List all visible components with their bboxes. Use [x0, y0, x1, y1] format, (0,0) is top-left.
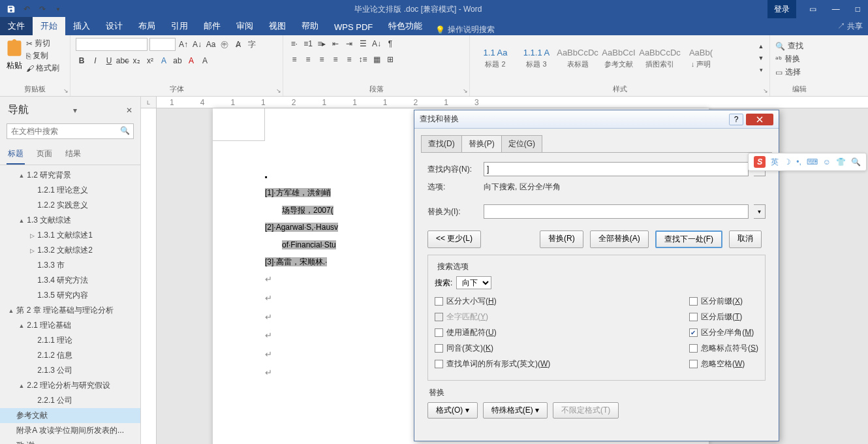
tree-item[interactable]: 致 谢	[0, 438, 140, 444]
font-family-input[interactable]	[76, 38, 147, 51]
italic-icon[interactable]: I	[89, 55, 101, 67]
dialog-help-icon[interactable]: ?	[729, 114, 743, 125]
ime-person-icon[interactable]: ☺	[823, 157, 831, 166]
save-icon[interactable]	[5, 3, 17, 15]
ime-logo-icon[interactable]: S	[754, 156, 766, 168]
style-item[interactable]: AaBb(↓ 声明	[681, 38, 721, 78]
clipboard-launcher-icon[interactable]: ↘	[63, 87, 69, 94]
tree-item[interactable]: 1.2.1 理论意义	[0, 183, 140, 198]
highlight-icon[interactable]: ab	[172, 55, 183, 67]
tree-item[interactable]: 1.3.3 市	[0, 258, 140, 273]
minimize-icon[interactable]: —	[824, 0, 848, 18]
phonetic-guide-icon[interactable]: ㊥	[219, 39, 230, 50]
align-center-icon[interactable]: ≡	[302, 54, 314, 65]
tree-item[interactable]: 2.1.3 公司	[0, 363, 140, 378]
nav-close-icon[interactable]: ✕	[126, 106, 132, 115]
styles-more-icon[interactable]: ▾	[755, 64, 767, 76]
shrink-font-icon[interactable]: A↓	[191, 39, 203, 50]
tree-item[interactable]: 1.3.5 研究内容	[0, 288, 140, 303]
bold-icon[interactable]: B	[76, 55, 87, 67]
enclose-char-icon[interactable]: 字	[246, 39, 258, 50]
align-left-icon[interactable]: ≡	[288, 54, 300, 65]
style-item[interactable]: AaBbCcI参考文献	[598, 38, 639, 78]
tree-item[interactable]: 2.1.2 信息	[0, 348, 140, 363]
replace-one-button[interactable]: 替换(R)	[540, 230, 583, 248]
find-input[interactable]	[484, 162, 749, 176]
special-format-button[interactable]: 特殊格式(E) ▾	[483, 402, 548, 419]
cancel-button[interactable]: 取消	[729, 230, 762, 248]
qat-more-icon[interactable]: ▼	[52, 3, 64, 15]
paste-button[interactable]: 粘贴	[5, 38, 23, 71]
decrease-indent-icon[interactable]: ⇤	[330, 38, 341, 50]
tab-special[interactable]: 特色功能	[380, 17, 430, 35]
tell-me[interactable]: 💡 操作说明搜索	[435, 24, 495, 35]
ruler-corner[interactable]: L	[141, 97, 157, 108]
checkbox-option[interactable]: 区分大小写(H)	[435, 296, 550, 307]
replace-input[interactable]	[484, 204, 749, 219]
grow-font-icon[interactable]: A↑	[178, 39, 189, 50]
styles-scroll-up-icon[interactable]: ▲	[755, 40, 767, 52]
tree-item[interactable]: ▷ 1.3.2 文献综述2	[0, 243, 140, 258]
redo-icon[interactable]: ↷	[37, 3, 48, 15]
checkbox-option[interactable]: 同音(英文)(K)	[435, 343, 550, 354]
change-case-icon[interactable]: Aa	[205, 39, 217, 50]
tab-design[interactable]: 设计	[98, 17, 131, 35]
clear-format-icon[interactable]: A̷	[232, 39, 244, 50]
tab-review[interactable]: 审阅	[228, 17, 261, 35]
nav-tab-pages[interactable]: 页面	[35, 144, 54, 165]
subscript-icon[interactable]: x₂	[131, 55, 142, 67]
ime-lang[interactable]: 英	[771, 157, 779, 168]
underline-icon[interactable]: U	[103, 55, 115, 67]
vertical-ruler[interactable]	[141, 108, 157, 444]
format-button[interactable]: 格式(O) ▾	[427, 402, 478, 419]
tree-item[interactable]: 参考文献	[0, 408, 140, 423]
tree-item[interactable]: ▲ 2.2 理论分析与研究假设	[0, 378, 140, 393]
ime-toolbar[interactable]: S 英 ☽ •, ⌨ ☺ 👕 🔍	[748, 153, 867, 171]
shading-icon[interactable]: ▦	[371, 54, 382, 65]
text-effects-icon[interactable]: A	[158, 55, 170, 67]
nav-search-input[interactable]	[7, 123, 134, 139]
ribbon-options-icon[interactable]: ▭	[801, 0, 824, 18]
bullets-icon[interactable]: ≡·	[288, 38, 300, 50]
strikethrough-icon[interactable]: abc̶	[117, 55, 129, 67]
ime-moon-icon[interactable]: ☽	[784, 157, 791, 166]
tab-layout[interactable]: 布局	[131, 17, 163, 35]
find-button[interactable]: 🔍查找	[775, 40, 824, 52]
tree-item[interactable]: ▲ 1.3 文献综述	[0, 213, 140, 228]
font-launcher-icon[interactable]: ↘	[276, 87, 281, 94]
copy-button[interactable]: ⎘复制	[26, 50, 59, 61]
multilevel-list-icon[interactable]: ≡▸	[316, 38, 328, 50]
checkbox-option[interactable]: 查找单词的所有形式(英文)(W)	[435, 358, 550, 370]
nav-tab-headings[interactable]: 标题	[7, 144, 25, 165]
ime-keyboard-icon[interactable]: ⌨	[807, 157, 818, 166]
ime-search-icon[interactable]: 🔍	[851, 157, 861, 166]
style-item[interactable]: 1.1.1 A标题 3	[516, 38, 557, 78]
cut-button[interactable]: ✂剪切	[26, 38, 59, 49]
justify-icon[interactable]: ≡	[330, 54, 341, 65]
numbering-icon[interactable]: ≡1	[302, 38, 314, 50]
tree-item[interactable]: ▲ 1.2 研究背景	[0, 168, 140, 183]
horizontal-ruler[interactable]: 14112111213	[157, 97, 868, 108]
checkbox-option[interactable]: ✔区分全/半角(M)	[689, 327, 758, 338]
show-marks-icon[interactable]: ¶	[384, 38, 396, 50]
style-item[interactable]: AaBbCcDc表标题	[557, 38, 598, 78]
tab-insert[interactable]: 插入	[65, 17, 98, 35]
tree-item[interactable]: 2.2.1 公司	[0, 393, 140, 408]
replace-button[interactable]: ᵃᵇ替换	[775, 54, 824, 65]
nav-tab-results[interactable]: 结果	[64, 144, 82, 165]
checkbox-option[interactable]: 区分后缀(T)	[689, 311, 758, 323]
tab-view[interactable]: 视图	[261, 17, 294, 35]
font-color-icon[interactable]: A	[185, 55, 197, 67]
increase-indent-icon[interactable]: ⇥	[343, 38, 355, 50]
dialog-titlebar[interactable]: 查找和替换 ?	[414, 110, 779, 129]
less-button[interactable]: << 更少(L)	[427, 230, 481, 248]
line-spacing-icon[interactable]: ↕≡	[357, 54, 369, 65]
dialog-tab-replace[interactable]: 替换(P)	[461, 135, 502, 152]
dialog-tab-find[interactable]: 查找(D)	[421, 135, 462, 152]
align-right-icon[interactable]: ≡	[316, 54, 328, 65]
replace-all-button[interactable]: 全部替换(A)	[590, 230, 649, 248]
paragraph-launcher-icon[interactable]: ↘	[463, 87, 468, 94]
sort-icon[interactable]: A↓	[371, 38, 382, 50]
styles-launcher-icon[interactable]: ↘	[763, 87, 768, 94]
ime-punct-icon[interactable]: •,	[796, 157, 801, 166]
